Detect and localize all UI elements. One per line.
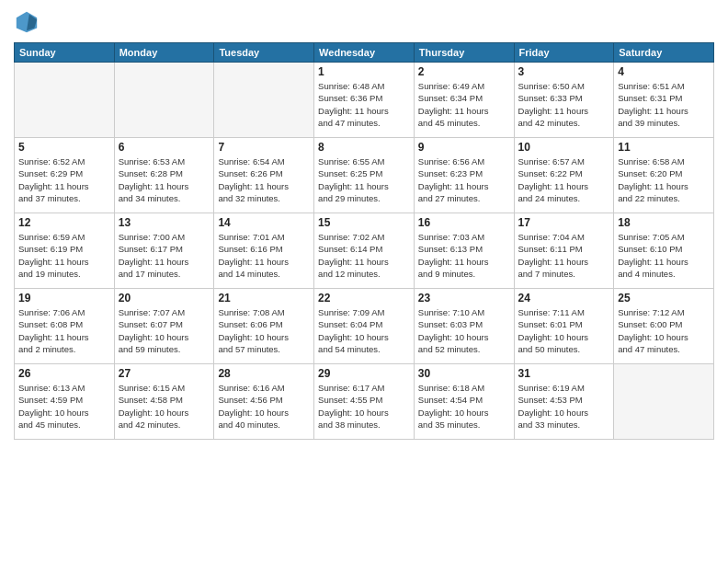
day-number: 2 (418, 65, 510, 78)
day-info: Sunrise: 7:06 AM Sunset: 6:08 PM Dayligh… (18, 306, 110, 355)
calendar-cell: 30Sunrise: 6:18 AM Sunset: 4:54 PM Dayli… (414, 364, 514, 440)
day-info: Sunrise: 6:54 AM Sunset: 6:26 PM Dayligh… (218, 155, 310, 204)
day-number: 25 (618, 292, 710, 304)
calendar-week-2: 5Sunrise: 6:52 AM Sunset: 6:29 PM Daylig… (15, 138, 714, 213)
day-number: 21 (218, 292, 310, 304)
day-info: Sunrise: 7:02 AM Sunset: 6:14 PM Dayligh… (318, 231, 410, 280)
day-info: Sunrise: 7:11 AM Sunset: 6:01 PM Dayligh… (518, 306, 610, 355)
weekday-header-row: SundayMondayTuesdayWednesdayThursdayFrid… (15, 43, 714, 63)
day-number: 8 (318, 141, 410, 154)
day-info: Sunrise: 7:10 AM Sunset: 6:03 PM Dayligh… (418, 306, 510, 355)
calendar-week-4: 19Sunrise: 7:06 AM Sunset: 6:08 PM Dayli… (15, 289, 714, 364)
day-number: 12 (18, 216, 110, 229)
day-info: Sunrise: 6:15 AM Sunset: 4:58 PM Dayligh… (119, 382, 210, 431)
calendar-cell: 23Sunrise: 7:10 AM Sunset: 6:03 PM Dayli… (414, 289, 514, 364)
day-number: 27 (119, 367, 210, 380)
day-number: 3 (518, 65, 610, 78)
day-info: Sunrise: 6:50 AM Sunset: 6:33 PM Dayligh… (518, 80, 610, 129)
calendar-cell: 21Sunrise: 7:08 AM Sunset: 6:06 PM Dayli… (214, 289, 314, 364)
day-info: Sunrise: 6:49 AM Sunset: 6:34 PM Dayligh… (418, 80, 510, 129)
calendar-cell: 13Sunrise: 7:00 AM Sunset: 6:17 PM Dayli… (114, 213, 214, 289)
calendar-cell: 29Sunrise: 6:17 AM Sunset: 4:55 PM Dayli… (314, 364, 415, 440)
day-number: 16 (418, 216, 510, 229)
calendar-cell: 8Sunrise: 6:55 AM Sunset: 6:25 PM Daylig… (314, 138, 415, 213)
calendar-cell: 16Sunrise: 7:03 AM Sunset: 6:13 PM Dayli… (414, 213, 514, 289)
day-number: 9 (418, 141, 510, 154)
day-info: Sunrise: 7:12 AM Sunset: 6:00 PM Dayligh… (618, 306, 710, 355)
day-number: 1 (318, 65, 410, 78)
day-info: Sunrise: 6:48 AM Sunset: 6:36 PM Dayligh… (318, 80, 410, 129)
weekday-header-wednesday: Wednesday (314, 43, 415, 63)
day-number: 6 (119, 141, 210, 154)
calendar-cell: 4Sunrise: 6:51 AM Sunset: 6:31 PM Daylig… (614, 63, 714, 138)
calendar-cell: 22Sunrise: 7:09 AM Sunset: 6:04 PM Dayli… (314, 289, 415, 364)
day-info: Sunrise: 6:52 AM Sunset: 6:29 PM Dayligh… (18, 155, 110, 204)
day-info: Sunrise: 7:01 AM Sunset: 6:16 PM Dayligh… (218, 231, 310, 280)
day-number: 14 (218, 216, 310, 229)
day-number: 4 (618, 65, 710, 78)
weekday-header-friday: Friday (514, 43, 614, 63)
weekday-header-thursday: Thursday (414, 43, 514, 63)
day-info: Sunrise: 6:55 AM Sunset: 6:25 PM Dayligh… (318, 155, 410, 204)
calendar-cell: 24Sunrise: 7:11 AM Sunset: 6:01 PM Dayli… (514, 289, 614, 364)
day-info: Sunrise: 7:05 AM Sunset: 6:10 PM Dayligh… (618, 231, 710, 280)
weekday-header-tuesday: Tuesday (214, 43, 314, 63)
calendar-cell (614, 364, 714, 440)
calendar-cell: 31Sunrise: 6:19 AM Sunset: 4:53 PM Dayli… (514, 364, 614, 440)
day-info: Sunrise: 7:03 AM Sunset: 6:13 PM Dayligh… (418, 231, 510, 280)
day-info: Sunrise: 6:16 AM Sunset: 4:56 PM Dayligh… (218, 382, 310, 431)
day-info: Sunrise: 7:00 AM Sunset: 6:17 PM Dayligh… (119, 231, 210, 280)
calendar-cell (15, 63, 115, 138)
day-number: 15 (318, 216, 410, 229)
calendar-cell: 28Sunrise: 6:16 AM Sunset: 4:56 PM Dayli… (214, 364, 314, 440)
day-info: Sunrise: 6:57 AM Sunset: 6:22 PM Dayligh… (518, 155, 610, 204)
day-number: 23 (418, 292, 510, 304)
calendar-cell: 12Sunrise: 6:59 AM Sunset: 6:19 PM Dayli… (15, 213, 115, 289)
calendar-cell: 5Sunrise: 6:52 AM Sunset: 6:29 PM Daylig… (15, 138, 115, 213)
calendar-cell: 18Sunrise: 7:05 AM Sunset: 6:10 PM Dayli… (614, 213, 714, 289)
day-info: Sunrise: 6:13 AM Sunset: 4:59 PM Dayligh… (18, 382, 110, 431)
calendar-cell: 19Sunrise: 7:06 AM Sunset: 6:08 PM Dayli… (15, 289, 115, 364)
day-number: 28 (218, 367, 310, 380)
day-info: Sunrise: 6:53 AM Sunset: 6:28 PM Dayligh… (119, 155, 210, 204)
calendar-cell: 2Sunrise: 6:49 AM Sunset: 6:34 PM Daylig… (414, 63, 514, 138)
day-number: 19 (18, 292, 110, 304)
day-number: 22 (318, 292, 410, 304)
day-info: Sunrise: 7:04 AM Sunset: 6:11 PM Dayligh… (518, 231, 610, 280)
day-info: Sunrise: 6:59 AM Sunset: 6:19 PM Dayligh… (18, 231, 110, 280)
calendar-cell: 20Sunrise: 7:07 AM Sunset: 6:07 PM Dayli… (114, 289, 214, 364)
day-info: Sunrise: 6:19 AM Sunset: 4:53 PM Dayligh… (518, 382, 610, 431)
day-number: 18 (618, 216, 710, 229)
day-number: 13 (119, 216, 210, 229)
calendar-cell: 26Sunrise: 6:13 AM Sunset: 4:59 PM Dayli… (15, 364, 115, 440)
calendar-cell: 10Sunrise: 6:57 AM Sunset: 6:22 PM Dayli… (514, 138, 614, 213)
calendar-cell (214, 63, 314, 138)
day-info: Sunrise: 7:08 AM Sunset: 6:06 PM Dayligh… (218, 306, 310, 355)
logo-icon (14, 9, 40, 35)
day-info: Sunrise: 7:09 AM Sunset: 6:04 PM Dayligh… (318, 306, 410, 355)
weekday-header-saturday: Saturday (614, 43, 714, 63)
day-number: 24 (518, 292, 610, 304)
calendar-cell (114, 63, 214, 138)
day-number: 11 (618, 141, 710, 154)
calendar-cell: 11Sunrise: 6:58 AM Sunset: 6:20 PM Dayli… (614, 138, 714, 213)
day-info: Sunrise: 7:07 AM Sunset: 6:07 PM Dayligh… (119, 306, 210, 355)
calendar-cell: 7Sunrise: 6:54 AM Sunset: 6:26 PM Daylig… (214, 138, 314, 213)
day-info: Sunrise: 6:58 AM Sunset: 6:20 PM Dayligh… (618, 155, 710, 204)
day-info: Sunrise: 6:51 AM Sunset: 6:31 PM Dayligh… (618, 80, 710, 129)
day-number: 17 (518, 216, 610, 229)
day-number: 30 (418, 367, 510, 380)
calendar-cell: 9Sunrise: 6:56 AM Sunset: 6:23 PM Daylig… (414, 138, 514, 213)
day-info: Sunrise: 6:17 AM Sunset: 4:55 PM Dayligh… (318, 382, 410, 431)
day-number: 5 (18, 141, 110, 154)
day-number: 7 (218, 141, 310, 154)
weekday-header-monday: Monday (114, 43, 214, 63)
header (14, 9, 714, 35)
day-info: Sunrise: 6:18 AM Sunset: 4:54 PM Dayligh… (418, 382, 510, 431)
calendar-cell: 25Sunrise: 7:12 AM Sunset: 6:00 PM Dayli… (614, 289, 714, 364)
day-number: 26 (18, 367, 110, 380)
day-info: Sunrise: 6:56 AM Sunset: 6:23 PM Dayligh… (418, 155, 510, 204)
day-number: 20 (119, 292, 210, 304)
calendar-cell: 1Sunrise: 6:48 AM Sunset: 6:36 PM Daylig… (314, 63, 415, 138)
day-number: 29 (318, 367, 410, 380)
